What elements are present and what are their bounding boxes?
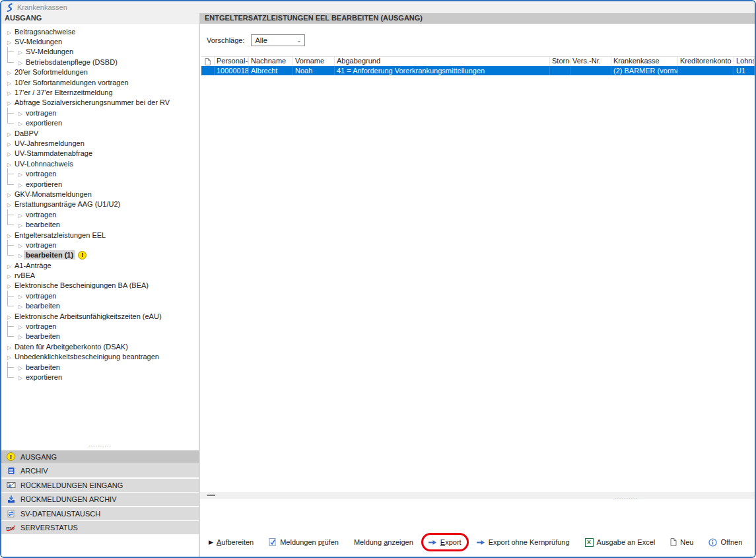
tree-item[interactable]: UV-Lohnnachweis [1,158,199,168]
chevron-right-icon [6,353,13,361]
chevron-right-icon [6,38,13,46]
tree-item[interactable]: Beitragsnachweise [1,26,199,36]
column-header[interactable]: Vorname [293,57,335,66]
export-ohne-kernpruefung-button[interactable]: Export ohne Kernprüfung [477,538,570,546]
tree-item[interactable]: Entgeltersatzleistungen EEL [1,230,199,240]
table-cell-krankenkasse[interactable]: (2) BARMER (vormals ... [611,66,678,75]
tree-connector [7,47,17,57]
tree-item[interactable]: Elektronische Bescheinigungen BA (BEA) [1,281,199,291]
nav-ausgang[interactable]: AUSGANG [1,450,199,464]
chevron-right-icon [17,58,24,66]
chevron-right-icon [6,139,13,147]
tree-item[interactable]: 20'er Sofortmeldungen [1,67,199,77]
meldungen-pruefen-button[interactable]: Meldungen prüfen [269,538,339,546]
table-cell-vorname[interactable]: Noah [293,66,335,75]
table-cell-lohns[interactable]: U1 [734,66,755,75]
tree-item[interactable]: Elektronische Arbeitsunfähigkeitszeiten … [1,311,199,321]
tree-connector [7,219,17,229]
app-window: Krankenkassen AUSGANG Beitragsnachweise … [0,0,756,558]
nav-rueckmeldungen-archiv[interactable]: RÜCKMELDUNGEN ARCHIV [1,493,199,506]
chevron-right-icon [6,343,13,351]
table-cell-vers-nr[interactable] [570,66,611,75]
tree-item-selected[interactable]: bearbeiten (1) [1,250,199,260]
tree-item[interactable]: bearbeiten [1,362,199,372]
eel-table: Personal-Nr. Nachname Vorname Abgabegrun… [201,56,755,75]
tree-item[interactable]: exportieren [1,118,199,128]
document-column-header[interactable] [201,57,215,66]
tree-item[interactable]: vortragen [1,209,199,219]
tree-item[interactable]: Unbedenklichkeitsbescheinigung beantrage… [1,352,199,362]
tree-connector [7,57,17,67]
table-cell-kreditorenkonto[interactable] [678,66,734,75]
tree-item[interactable]: vortragen [1,240,199,250]
chevron-right-icon [6,190,13,198]
itsg-logo-icon: ITSG [6,524,16,532]
vorschlaege-select[interactable]: Alle ⌄ [251,34,305,46]
column-header[interactable]: Kreditorenkonto KK [678,57,734,66]
tree-item[interactable]: UV-Stammdatenabfrage [1,149,199,158]
table-cell-abgabegrund[interactable]: 41 = Anforderung Vorerkrankungsmitteilun… [335,66,550,75]
chevron-right-icon [6,68,13,76]
column-header[interactable]: Storno [550,57,570,66]
horizontal-splitter[interactable] [200,492,755,499]
chevron-right-icon [17,180,24,188]
column-header[interactable]: Nachname [249,57,293,66]
tree-connector [7,209,17,219]
column-header[interactable]: Abgabegrund [335,57,550,66]
tree-item[interactable]: vortragen [1,168,199,178]
table-cell-nachname[interactable]: Albrecht [249,66,293,75]
excel-icon [585,538,594,547]
chevron-right-icon [6,231,13,239]
chevron-right-icon [17,211,24,219]
tree-item[interactable]: 10'er Sofortanmeldungen vortragen [1,77,199,87]
tree-connector [7,372,17,382]
tree-item[interactable]: A1-Anträge [1,260,199,270]
check-document-icon [269,538,277,546]
table-cell-personal-nr[interactable]: 10000018 [215,66,249,75]
nav-sv-datenaustausch[interactable]: SV-DATENAUSTAUSCH [1,507,199,520]
table-row-icon-cell[interactable] [201,66,215,75]
tree-item[interactable]: exportieren [1,179,199,189]
tree-item[interactable]: Erstattungsanträge AAG (U1/U2) [1,199,199,209]
column-header[interactable]: Lohns [734,57,755,66]
tree-item[interactable]: bearbeiten [1,219,199,229]
chevron-right-icon [17,119,24,127]
tree-item[interactable]: Abfrage Sozialversicherungsnummer bei de… [1,98,199,108]
export-button[interactable]: Export [429,538,462,546]
tree-item[interactable]: SV-Meldungen [1,47,199,57]
play-icon [209,539,213,545]
splitter-drag-handle[interactable] [615,494,638,501]
tree-item[interactable]: SV-Meldungen [1,36,199,46]
tree-item[interactable]: GKV-Monatsmeldungen [1,189,199,199]
tree-item[interactable]: Betriebsdatenpflege (DSBD) [1,57,199,67]
nav-rueckmeldungen-eingang[interactable]: RÜCKMELDUNGEN EINGANG [1,479,199,492]
tree-item[interactable]: exportieren [1,372,199,382]
sidebar-splitter-handle[interactable] [1,441,199,449]
tree-item[interactable]: bearbeiten [1,331,199,341]
chevron-right-icon [6,28,13,36]
tree-item[interactable]: vortragen [1,291,199,300]
tree-item[interactable]: vortragen [1,108,199,118]
column-header[interactable]: Personal-Nr. [215,57,249,66]
tree-item[interactable]: DaBPV [1,128,199,138]
chevron-right-icon [17,241,24,249]
tree-item[interactable]: 17'er / 37'er Elternzeitmeldung [1,87,199,97]
nav-archiv[interactable]: ARCHIV [1,464,199,477]
tree-item[interactable]: Daten für Arbeitgeberkonto (DSAK) [1,341,199,351]
meldung-anzeigen-button[interactable]: Meldung anzeigen [354,538,413,546]
tree-item[interactable]: rvBEA [1,270,199,280]
column-header[interactable]: Krankenkasse [611,57,678,66]
oeffnen-button[interactable]: Öffnen [708,538,742,547]
neu-button[interactable]: Neu [670,538,693,546]
ausgabe-an-excel-button[interactable]: Ausgabe an Excel [585,538,656,547]
aufbereiten-button[interactable]: Aufbereiten [209,538,254,546]
chevron-right-icon [17,322,24,330]
tree-item[interactable]: vortragen [1,321,199,331]
data-exchange-icon [6,510,16,518]
column-header[interactable]: Vers.-Nr. [570,57,611,66]
splitter-collapse-handle[interactable] [207,495,215,496]
nav-serverstatus[interactable]: ITSG SERVERSTATUS [1,521,199,534]
tree-item[interactable]: bearbeiten [1,301,199,311]
table-cell-storno[interactable] [550,66,570,75]
tree-item[interactable]: UV-Jahresmeldungen [1,138,199,148]
